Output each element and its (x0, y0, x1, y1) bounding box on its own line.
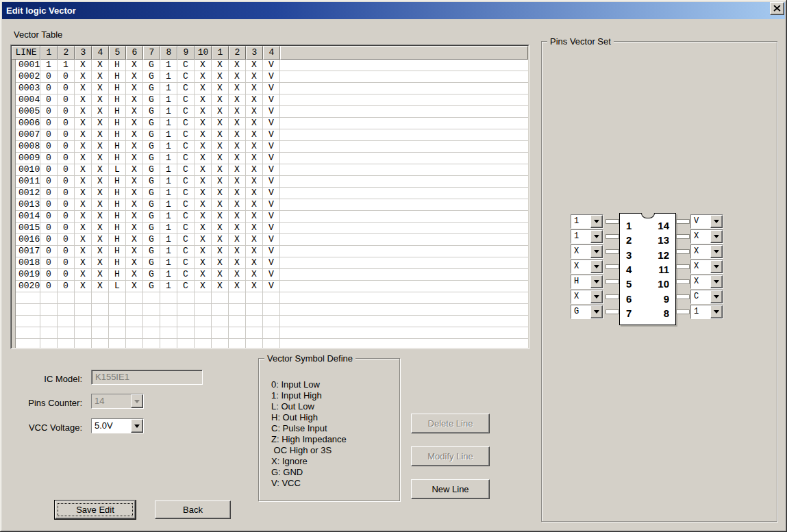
table-row[interactable]: 000200XXHXG1CXXXXV (12, 71, 528, 83)
table-row[interactable]: 000800XXHXG1CXXXXV (12, 141, 528, 153)
column-header-c14[interactable]: 4 (263, 46, 280, 60)
table-row[interactable]: 002000XXLXG1CXXXXV (12, 281, 528, 292)
pin-7-combo[interactable]: G (571, 305, 603, 319)
chevron-down-icon[interactable] (710, 275, 723, 288)
chevron-down-icon[interactable] (590, 230, 603, 243)
chevron-down-icon[interactable] (710, 230, 723, 243)
table-row[interactable]: 001000XXLXG1CXXXXV (12, 164, 528, 176)
pin-1-combo[interactable]: 1 (571, 214, 603, 229)
chevron-down-icon[interactable] (590, 215, 603, 228)
column-header-c2[interactable]: 2 (58, 46, 75, 60)
column-header-c5[interactable]: 5 (109, 46, 126, 60)
vector-cell (212, 316, 229, 327)
vector-cell: H (109, 153, 126, 164)
table-row[interactable]: 001100XXHXG1CXXXXV (12, 176, 528, 188)
table-row[interactable]: 001600XXHXG1CXXXXV (12, 234, 528, 246)
column-header-c4[interactable]: 4 (92, 46, 109, 60)
table-row[interactable]: 001200XXHXG1CXXXXV (12, 188, 528, 199)
pin-4-combo[interactable]: X (571, 259, 603, 274)
table-row[interactable]: 000600XXHXG1CXXXXV (12, 118, 528, 129)
pin-8-combo[interactable]: 1 (690, 305, 723, 319)
vector-cell: X (126, 71, 143, 82)
vector-cell: G (143, 71, 160, 82)
table-row[interactable]: 000111XXHXG1CXXXXV (12, 60, 528, 71)
vector-cell: 0 (40, 71, 58, 82)
vector-cell (40, 339, 58, 348)
vector-cell: X (75, 153, 92, 164)
column-header-line[interactable]: LINE (12, 46, 40, 60)
table-row[interactable]: 001900XXHXG1CXXXXV (12, 269, 528, 281)
table-row[interactable]: 001800XXHXG1CXXXXV (12, 257, 528, 269)
column-header-c10[interactable]: 10 (195, 46, 212, 60)
table-row[interactable]: 001300XXHXG1CXXXXV (12, 199, 528, 211)
table-row[interactable]: 000300XXHXG1CXXXXV (12, 83, 528, 94)
vector-cell: X (126, 234, 143, 245)
pin-4-stub (605, 264, 619, 269)
table-row[interactable]: 000400XXHXG1CXXXXV (12, 94, 528, 106)
chevron-down-icon[interactable] (710, 290, 723, 303)
chip-pin-row: 213 (626, 235, 669, 245)
pin-10-combo[interactable]: X (690, 275, 723, 289)
pin-value: X (691, 260, 710, 273)
pin-9-combo[interactable]: C (690, 290, 723, 304)
vector-cell (143, 316, 160, 327)
chevron-down-icon[interactable] (590, 275, 603, 288)
vector-cell: X (75, 164, 92, 175)
vector-cell: C (177, 164, 195, 175)
pin-11-stub (676, 264, 690, 269)
back-button[interactable]: Back (155, 501, 231, 519)
close-button[interactable] (770, 2, 784, 15)
pin-11-combo[interactable]: X (690, 259, 723, 274)
chevron-down-icon[interactable] (590, 305, 603, 318)
chevron-down-icon[interactable] (590, 245, 603, 258)
pin-3-combo[interactable]: X (571, 244, 603, 259)
vector-cell: V (263, 118, 280, 129)
vcc-voltage-select[interactable]: 5.0V (91, 418, 144, 433)
column-header-c6[interactable]: 6 (126, 46, 143, 60)
table-row[interactable]: 000700XXHXG1CXXXXV (12, 129, 528, 141)
vector-cell (126, 292, 143, 303)
chevron-down-icon[interactable] (131, 419, 143, 433)
save-edit-button[interactable]: Save Edit (55, 501, 136, 519)
chevron-down-icon[interactable] (590, 290, 603, 303)
vector-cell: 1 (160, 188, 177, 199)
table-row[interactable]: 001700XXHXG1CXXXXV (12, 246, 528, 257)
chevron-down-icon[interactable] (710, 260, 723, 273)
pin-5-combo[interactable]: H (571, 275, 603, 289)
vector-cell: X (212, 141, 229, 152)
table-row[interactable]: 000500XXHXG1CXXXXV (12, 106, 528, 118)
vector-cell (75, 304, 92, 315)
pin-value: C (691, 290, 710, 303)
column-header-c11[interactable]: 1 (212, 46, 229, 60)
column-header-c9[interactable]: 9 (177, 46, 195, 60)
table-row[interactable]: 000900XXHXG1CXXXXV (12, 153, 528, 164)
new-line-button[interactable]: New Line (411, 479, 490, 499)
table-row[interactable]: 001500XXHXG1CXXXXV (12, 223, 528, 234)
pin-2-combo[interactable]: 1 (571, 229, 603, 244)
column-header-c3[interactable]: 3 (75, 46, 92, 60)
column-header-c7[interactable]: 7 (143, 46, 160, 60)
vector-cell: X (126, 129, 143, 140)
vector-cell (263, 327, 280, 338)
window-title: Edit logic Vector (6, 5, 76, 16)
chevron-down-icon[interactable] (710, 245, 723, 258)
pin-3-stub (605, 249, 619, 254)
pin-6-combo[interactable]: X (571, 290, 603, 304)
vector-cell: 0 (40, 153, 58, 164)
vector-cell: X (92, 83, 109, 94)
column-header-c12[interactable]: 2 (229, 46, 246, 60)
vector-cell: V (263, 188, 280, 199)
column-header-c8[interactable]: 8 (160, 46, 177, 60)
pin-13-combo[interactable]: X (690, 229, 723, 244)
vector-cell: 1 (160, 60, 177, 71)
chevron-down-icon[interactable] (710, 305, 723, 318)
pin-12-combo[interactable]: X (690, 244, 723, 259)
vector-cell: X (212, 153, 229, 164)
column-header-c13[interactable]: 3 (246, 46, 263, 60)
vector-cell: X (195, 234, 212, 245)
table-row[interactable]: 001400XXHXG1CXXXXV (12, 211, 528, 223)
pin-14-combo[interactable]: V (690, 214, 723, 229)
chevron-down-icon[interactable] (710, 215, 723, 228)
column-header-c1[interactable]: 1 (40, 46, 58, 60)
chevron-down-icon[interactable] (590, 260, 603, 273)
